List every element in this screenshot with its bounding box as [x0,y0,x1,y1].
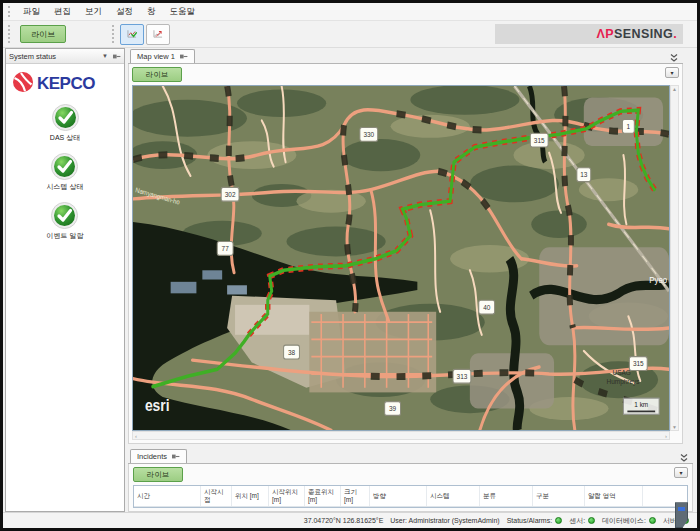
base-label-2: Humphreys [607,378,640,387]
kepco-logo: KEPCO [12,70,118,94]
col-alarm-zone[interactable]: 알람 영역 [585,486,643,506]
svg-text:302: 302 [225,191,236,199]
esri-attribution: esri [145,396,170,414]
toolbar: 라이브 ΛPSENSING. [3,21,697,48]
toolbar-grip-2[interactable] [112,25,117,43]
tab-incidents[interactable]: Incidents [130,449,187,463]
alarm-trend-button[interactable] [146,24,170,45]
satellite-map[interactable]: 302 77 330 315 13 1 40 313 39 315 [133,86,669,430]
indicator-sensor: 센서: [569,516,595,526]
incidents-panel-collapse-all[interactable] [679,453,689,463]
menu-file[interactable]: 파일 [16,4,47,20]
map-canvas[interactable]: 302 77 330 315 13 1 40 313 39 315 [132,85,670,431]
col-direction[interactable]: 방향 [370,486,427,506]
map-vertical-scrollbar[interactable]: ▲▼ [670,85,679,431]
status-bar: 37.04720°N 126.81625°E User: Administrat… [3,512,697,528]
col-start-position[interactable]: 시작위치 [m] [269,486,305,506]
incidents-live-row: 라이브 ▾ [133,467,688,485]
status-ok-dot-icon [649,517,656,524]
pin-icon[interactable] [179,52,188,61]
svg-text:40: 40 [483,303,490,311]
system-status-header: System status ▼ [6,49,124,64]
incidents-table-header: 시간 시작시점 위치 [m] 시작위치 [m] 종료위치 [m] 크기 [m] … [134,486,687,507]
double-chevron-down-icon [669,53,679,63]
indicator-status-alarms: Status/Alarms: [507,517,563,524]
col-category[interactable]: 구분 [533,486,585,506]
live-button-map[interactable]: 라이브 [132,67,182,82]
map-tabstrip: Map view 1 [128,48,683,64]
kepco-wordmark: KEPCO [37,74,95,93]
tab-map-view-1[interactable]: Map view 1 [130,49,195,63]
status-system: 시스템 상태 [47,153,84,192]
map-wrap: 302 77 330 315 13 1 40 313 39 315 [132,85,679,431]
map-collapse-button[interactable]: ▾ [665,67,679,78]
col-end-position[interactable]: 종료위치 [m] [305,486,341,506]
scroll-right-icon[interactable]: › [665,433,667,439]
double-chevron-down-icon [679,453,689,463]
brand-dot: . [673,27,677,41]
scroll-left-icon[interactable]: ‹ [135,433,137,439]
map-horizontal-scrollbar[interactable]: ‹› [132,431,670,440]
map-panel-collapse-all[interactable] [669,53,679,63]
svg-text:39: 39 [389,405,396,413]
col-classification[interactable]: 분류 [480,486,533,506]
menu-grip[interactable] [8,6,13,18]
col-time[interactable]: 시간 [134,486,201,506]
system-status-title: System status [9,52,56,61]
menu-edit[interactable]: 편집 [47,4,78,20]
col-start-point[interactable]: 시작시점 [201,486,232,506]
col-position[interactable]: 위치 [m] [232,486,269,506]
pin-icon[interactable] [171,452,180,461]
col-system[interactable]: 시스템 [427,486,480,506]
tab-map-view-label: Map view 1 [137,52,175,61]
col-size[interactable]: 크기 [m] [341,486,370,506]
menu-bar: 파일 편집 보기 설정 창 도움말 [3,3,697,21]
scroll-up-icon[interactable]: ▲ [672,86,677,92]
toolbar-grip-1[interactable] [8,25,13,43]
scale-bar: 1 km [623,398,659,414]
map-view-panel: Map view 1 라이브 ▾ [128,48,683,444]
incidents-collapse-button[interactable]: ▾ [674,467,688,478]
svg-text:77: 77 [222,245,229,253]
status-system-label: 시스템 상태 [47,182,84,192]
indicator-database-label: 데이터베이스: [602,516,646,526]
system-status-body: KEPCO DAS 상태 [6,64,124,511]
svg-text:38: 38 [288,348,295,356]
incidents-tabstrip: Incidents [128,448,693,464]
status-ok-dot-icon [555,517,562,524]
svg-text:313: 313 [457,373,468,381]
incidents-table: 시간 시작시점 위치 [m] 시작위치 [m] 종료위치 [m] 크기 [m] … [133,485,688,508]
menu-settings[interactable]: 설정 [109,4,140,20]
menu-help[interactable]: 도움말 [163,4,203,20]
panel-menu-chevron-icon[interactable]: ▼ [102,53,108,59]
live-button-toolbar[interactable]: 라이브 [20,25,66,43]
svg-text:315: 315 [534,136,545,144]
scroll-down-icon[interactable]: ▼ [672,424,677,430]
brand-logo: ΛPSENSING. [495,24,683,44]
menu-view[interactable]: 보기 [78,4,109,20]
svg-text:13: 13 [580,171,587,179]
main-area: System status ▼ KEPCO [3,48,697,512]
app-window: 파일 편집 보기 설정 창 도움말 라이브 ΛPSENSING. [0,0,700,531]
scale-label: 1 km [634,401,648,409]
status-ok-icon [52,104,79,131]
trend-arrow-icon [153,27,163,41]
status-ok-icon [51,202,78,229]
base-label-1: USAG [613,369,631,377]
status-das: DAS 상태 [50,104,80,143]
brand-name: SENSING [614,27,673,41]
menu-window[interactable]: 창 [140,4,163,20]
live-button-incidents[interactable]: 라이브 [133,467,183,482]
tab-incidents-label: Incidents [137,452,167,461]
svg-text:315: 315 [633,360,644,368]
pin-icon[interactable] [112,52,121,61]
map-panel-content: 라이브 ▾ [128,64,683,444]
handle-glyph [678,507,685,511]
svg-text:1: 1 [627,123,631,131]
system-status-panel: System status ▼ KEPCO [5,48,125,512]
status-event-alarm-label: 이벤트 알람 [47,231,84,241]
status-das-label: DAS 상태 [50,133,80,143]
brand-prefix: ΛP [597,27,614,41]
incidents-content: 라이브 ▾ 시간 시작시점 위치 [m] 시작위치 [m] 종료위치 [m] 크… [128,464,693,512]
trend-view-button[interactable] [120,24,144,45]
